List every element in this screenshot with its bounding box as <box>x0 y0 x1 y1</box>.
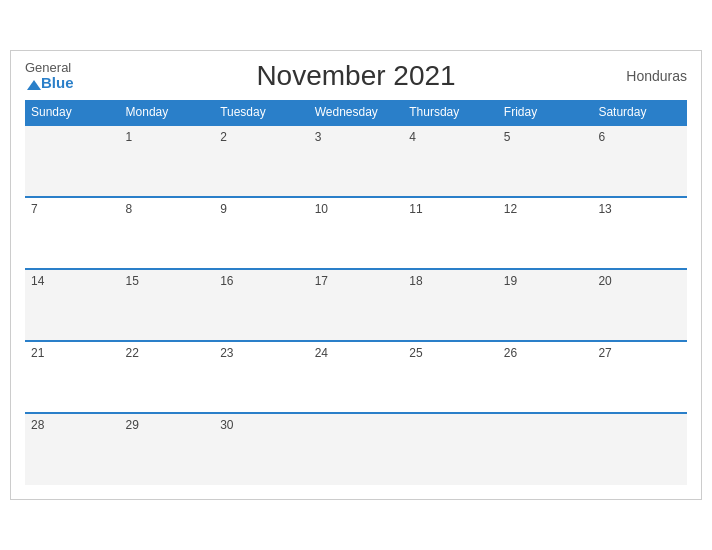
day-cell: 18 <box>403 269 498 341</box>
weekday-header-row: Sunday Monday Tuesday Wednesday Thursday… <box>25 100 687 125</box>
day-cell <box>25 125 120 197</box>
day-number: 10 <box>315 202 328 216</box>
day-cell: 3 <box>309 125 404 197</box>
header-thursday: Thursday <box>403 100 498 125</box>
day-number: 3 <box>315 130 322 144</box>
day-cell: 22 <box>120 341 215 413</box>
logo-triangle-icon <box>27 80 41 90</box>
day-number: 27 <box>598 346 611 360</box>
day-cell: 14 <box>25 269 120 341</box>
day-number: 12 <box>504 202 517 216</box>
day-number: 1 <box>126 130 133 144</box>
day-cell: 26 <box>498 341 593 413</box>
day-cell: 17 <box>309 269 404 341</box>
week-row-1: 123456 <box>25 125 687 197</box>
week-row-2: 78910111213 <box>25 197 687 269</box>
logo-blue-text: Blue <box>25 75 74 92</box>
day-cell: 29 <box>120 413 215 485</box>
day-number: 4 <box>409 130 416 144</box>
day-number: 21 <box>31 346 44 360</box>
day-cell: 9 <box>214 197 309 269</box>
day-cell: 1 <box>120 125 215 197</box>
day-cell: 6 <box>592 125 687 197</box>
day-cell: 20 <box>592 269 687 341</box>
day-number: 18 <box>409 274 422 288</box>
day-cell: 13 <box>592 197 687 269</box>
day-cell: 2 <box>214 125 309 197</box>
day-number: 22 <box>126 346 139 360</box>
day-number: 6 <box>598 130 605 144</box>
day-cell: 16 <box>214 269 309 341</box>
day-number: 8 <box>126 202 133 216</box>
day-cell: 21 <box>25 341 120 413</box>
day-number: 17 <box>315 274 328 288</box>
calendar-body: 1234567891011121314151617181920212223242… <box>25 125 687 485</box>
day-cell: 8 <box>120 197 215 269</box>
day-cell <box>403 413 498 485</box>
day-cell <box>309 413 404 485</box>
day-cell: 7 <box>25 197 120 269</box>
week-row-5: 282930 <box>25 413 687 485</box>
day-cell: 19 <box>498 269 593 341</box>
day-number: 11 <box>409 202 422 216</box>
day-number: 5 <box>504 130 511 144</box>
day-cell: 10 <box>309 197 404 269</box>
day-number: 30 <box>220 418 233 432</box>
calendar-table: Sunday Monday Tuesday Wednesday Thursday… <box>25 100 687 485</box>
calendar-country: Honduras <box>626 68 687 84</box>
header-sunday: Sunday <box>25 100 120 125</box>
day-cell: 24 <box>309 341 404 413</box>
day-number: 16 <box>220 274 233 288</box>
day-number: 19 <box>504 274 517 288</box>
header-monday: Monday <box>120 100 215 125</box>
day-number: 28 <box>31 418 44 432</box>
header-saturday: Saturday <box>592 100 687 125</box>
day-cell: 28 <box>25 413 120 485</box>
week-row-3: 14151617181920 <box>25 269 687 341</box>
day-cell: 27 <box>592 341 687 413</box>
day-number: 29 <box>126 418 139 432</box>
day-number: 23 <box>220 346 233 360</box>
day-number: 15 <box>126 274 139 288</box>
header-tuesday: Tuesday <box>214 100 309 125</box>
day-number: 20 <box>598 274 611 288</box>
day-cell: 4 <box>403 125 498 197</box>
calendar-header: General Blue November 2021 Honduras <box>25 61 687 92</box>
day-cell: 5 <box>498 125 593 197</box>
day-cell <box>592 413 687 485</box>
day-cell: 15 <box>120 269 215 341</box>
day-number: 7 <box>31 202 38 216</box>
calendar-title: November 2021 <box>256 60 455 92</box>
day-number: 14 <box>31 274 44 288</box>
day-cell: 12 <box>498 197 593 269</box>
day-number: 24 <box>315 346 328 360</box>
day-cell <box>498 413 593 485</box>
day-cell: 23 <box>214 341 309 413</box>
day-number: 9 <box>220 202 227 216</box>
day-cell: 25 <box>403 341 498 413</box>
header-friday: Friday <box>498 100 593 125</box>
day-number: 13 <box>598 202 611 216</box>
calendar-container: General Blue November 2021 Honduras Sund… <box>10 50 702 500</box>
logo: General Blue <box>25 61 74 92</box>
day-cell: 11 <box>403 197 498 269</box>
logo-general-text: General <box>25 61 74 75</box>
day-number: 2 <box>220 130 227 144</box>
header-wednesday: Wednesday <box>309 100 404 125</box>
week-row-4: 21222324252627 <box>25 341 687 413</box>
day-cell: 30 <box>214 413 309 485</box>
day-number: 25 <box>409 346 422 360</box>
day-number: 26 <box>504 346 517 360</box>
